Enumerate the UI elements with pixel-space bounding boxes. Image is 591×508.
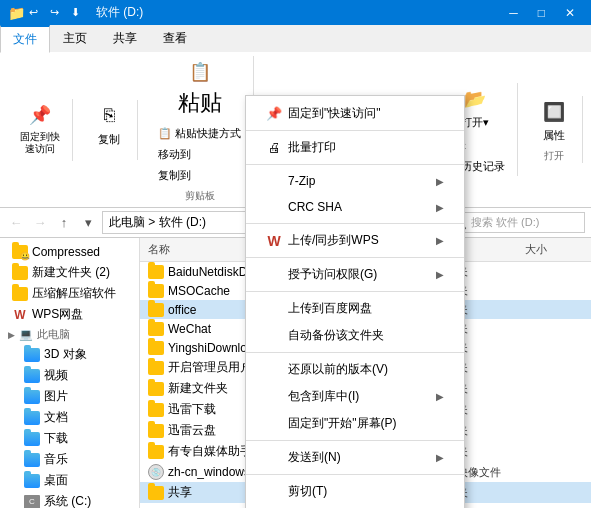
print-icon: 🖨 <box>266 140 282 156</box>
sidebar-item-desktop[interactable]: 桌面 <box>0 470 139 491</box>
folder-icon <box>148 322 164 336</box>
copy-label: 复制 <box>98 132 120 147</box>
open-group-label: 打开 <box>544 149 564 163</box>
folder-icon <box>148 486 164 500</box>
ctx-pin-label: 固定到"快速访问" <box>288 105 381 122</box>
sidebar-item-music[interactable]: 音乐 <box>0 449 139 470</box>
sidebar-item-download[interactable]: 下载 <box>0 428 139 449</box>
nav-up-button[interactable]: ↑ <box>54 213 74 233</box>
sidebar-item-doc[interactable]: 文档 <box>0 407 139 428</box>
ctx-auto-backup[interactable]: 自动备份该文件夹 <box>246 322 464 349</box>
desktop-icon <box>24 473 40 489</box>
backup-icon <box>266 328 282 344</box>
folder-icon-title: 📁 <box>8 5 25 21</box>
video-icon <box>24 368 40 384</box>
sidebar-zip-label: 压缩解压缩软件 <box>32 285 116 302</box>
sidebar-this-pc[interactable]: ▶ 💻 此电脑 <box>0 325 139 344</box>
folder-icon <box>148 265 164 279</box>
sidebar-download-label: 下载 <box>44 430 68 447</box>
separator <box>246 164 464 165</box>
close-button[interactable]: ✕ <box>557 6 583 20</box>
tab-home[interactable]: 主页 <box>50 25 100 52</box>
quick-access-properties[interactable]: ⬇ <box>71 6 80 19</box>
paste-shortcut-label: 粘贴快捷方式 <box>175 126 241 141</box>
folder-icon <box>148 361 164 375</box>
baidu-icon <box>266 301 282 317</box>
ctx-pin-quick[interactable]: 📌 固定到"快速访问" <box>246 100 464 127</box>
start-icon <box>266 416 282 432</box>
title-bar-left: 📁 ↩ ↪ ⬇ 软件 (D:) <box>8 4 143 21</box>
ctx-cut[interactable]: 剪切(T) <box>246 478 464 505</box>
nav-recent-button[interactable]: ▾ <box>78 213 98 233</box>
ctx-baidu-label: 上传到百度网盘 <box>288 300 372 317</box>
sidebar-doc-label: 文档 <box>44 409 68 426</box>
sidebar-item-compressed[interactable]: Compressed <box>0 242 139 262</box>
ctx-7zip[interactable]: 7-Zip ▶ <box>246 168 464 194</box>
sidebar-wps-label: WPS网盘 <box>32 306 83 323</box>
paste-shortcut-button[interactable]: 📋 粘贴快捷方式 <box>154 124 245 143</box>
ribbon-group-clipboard: 📋 粘贴 📋 粘贴快捷方式 移动到 复制到 剪贴板 <box>146 56 254 203</box>
ctx-upload-baidu[interactable]: 上传到百度网盘 <box>246 295 464 322</box>
3d-icon <box>24 347 40 363</box>
ctx-crc-sha[interactable]: CRC SHA ▶ <box>246 194 464 220</box>
iso-icon: 💿 <box>148 464 164 480</box>
sidebar-item-zip[interactable]: 压缩解压缩软件 <box>0 283 139 304</box>
sidebar-item-drive-c[interactable]: C 系统 (C:) <box>0 491 139 508</box>
context-menu: 📌 固定到"快速访问" 🖨 批量打印 7-Zip ▶ CRC SHA ▶ W 上… <box>245 95 465 508</box>
sidebar-item-video[interactable]: 视频 <box>0 365 139 386</box>
paste-label: 粘贴 <box>178 88 222 118</box>
separator <box>246 223 464 224</box>
nav-back-button[interactable]: ← <box>6 213 26 233</box>
move-to-button[interactable]: 移动到 <box>154 145 245 164</box>
sidebar-item-wps[interactable]: W WPS网盘 <box>0 304 139 325</box>
ctx-batch-print[interactable]: 🖨 批量打印 <box>246 134 464 161</box>
ctx-pin-start[interactable]: 固定到"开始"屏幕(P) <box>246 410 464 437</box>
copy-to-button[interactable]: 复制到 <box>154 166 245 185</box>
pin-icon: 📌 <box>26 101 54 129</box>
ribbon-tabs: 文件 主页 共享 查看 <box>0 25 591 52</box>
folder-icon <box>148 445 164 459</box>
copy-button[interactable]: ⎘ 复制 <box>89 100 129 149</box>
tab-file[interactable]: 文件 <box>0 25 50 53</box>
tab-view[interactable]: 查看 <box>150 25 200 52</box>
paste-button[interactable]: 📋 粘贴 <box>174 56 226 120</box>
properties-button[interactable]: 🔲 属性 <box>534 96 574 145</box>
ctx-wps-arrow: ▶ <box>436 235 444 246</box>
ctx-7zip-arrow: ▶ <box>436 176 444 187</box>
sidebar-newfolder-label: 新建文件夹 (2) <box>32 264 110 281</box>
sidebar-item-picture[interactable]: 图片 <box>0 386 139 407</box>
ctx-upload-wps[interactable]: W 上传/同步到WPS ▶ <box>246 227 464 254</box>
folder-icon <box>148 382 164 396</box>
history-label: 历史记录 <box>461 159 505 174</box>
ctx-restore[interactable]: 还原以前的版本(V) <box>246 356 464 383</box>
col-size[interactable]: 大小 <box>521 240 591 259</box>
tab-share[interactable]: 共享 <box>100 25 150 52</box>
ctx-grant-arrow: ▶ <box>436 269 444 280</box>
wps-ctx-icon: W <box>266 233 282 249</box>
picture-icon <box>24 389 40 405</box>
sidebar: Compressed 新建文件夹 (2) 压缩解压缩软件 W WPS网盘 ▶ 💻… <box>0 238 140 508</box>
maximize-button[interactable]: □ <box>530 6 553 20</box>
ctx-grant-access[interactable]: 授予访问权限(G) ▶ <box>246 261 464 288</box>
quick-access-undo[interactable]: ↩ <box>29 6 38 19</box>
title-bar: 📁 ↩ ↪ ⬇ 软件 (D:) ─ □ ✕ <box>0 0 591 25</box>
ctx-library-arrow: ▶ <box>436 391 444 402</box>
ribbon-group-pin: 📌 固定到快速访问 <box>8 99 73 161</box>
quick-access-redo[interactable]: ↪ <box>50 6 59 19</box>
drive-c-icon: C <box>24 494 40 509</box>
nav-forward-button[interactable]: → <box>30 213 50 233</box>
separator <box>246 291 464 292</box>
sidebar-3d-label: 3D 对象 <box>44 346 87 363</box>
ctx-send-to[interactable]: 发送到(N) ▶ <box>246 444 464 471</box>
search-placeholder: 搜索 软件 (D:) <box>471 215 539 230</box>
pin-quick-access-button[interactable]: 📌 固定到快速访问 <box>16 99 64 157</box>
file-size <box>521 430 591 432</box>
ctx-include-library[interactable]: 包含到库中(I) ▶ <box>246 383 464 410</box>
sidebar-item-3d[interactable]: 3D 对象 <box>0 344 139 365</box>
ctx-crc-arrow: ▶ <box>436 202 444 213</box>
file-size <box>521 347 591 349</box>
sidebar-item-new-folder[interactable]: 新建文件夹 (2) <box>0 262 139 283</box>
wps-icon: W <box>12 307 28 323</box>
sidebar-desktop-label: 桌面 <box>44 472 68 489</box>
minimize-button[interactable]: ─ <box>501 6 526 20</box>
